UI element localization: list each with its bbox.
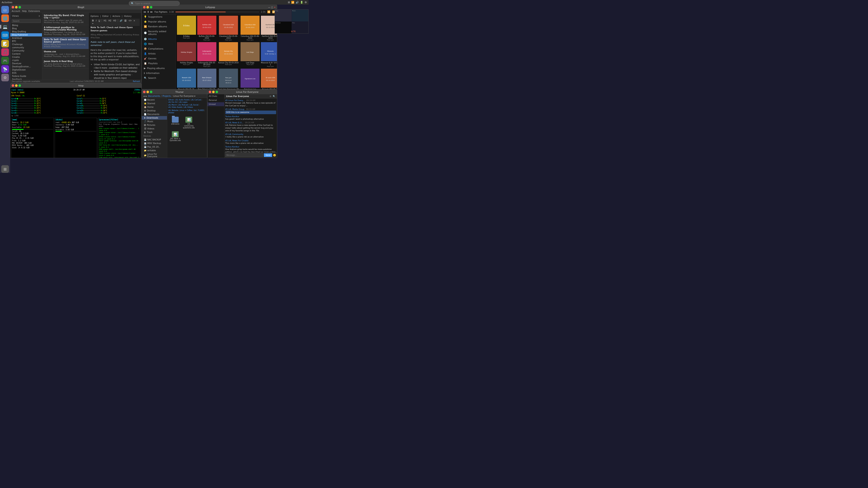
dock-item-terminal[interactable]: 💻 — [1, 23, 9, 31]
bookmark-fanart[interactable]: L4L Fan Art — [168, 101, 178, 103]
btn-shuffle[interactable]: 🔀 — [267, 10, 270, 13]
notif-icon-5[interactable]: ⚙ — [305, 1, 307, 4]
files-sidebar-nac[interactable]: 💾NAC BACKUP — [142, 138, 167, 141]
btn-play[interactable]: ⏸ — [147, 10, 149, 13]
music-nav-recent[interactable]: 🕐Recently added albums — [142, 29, 176, 37]
files-maximize-btn[interactable] — [150, 91, 152, 93]
blog-search-input[interactable] — [12, 19, 41, 23]
files-sidebar-starred[interactable]: ⭐Starred — [142, 102, 167, 105]
btn-quote[interactable]: ❝ — [91, 23, 94, 25]
btn-next[interactable]: ⏭ — [150, 10, 153, 13]
music-btn-close-win[interactable]: ✕ — [274, 6, 276, 8]
music-album[interactable]: Newark USA05-18-2010 Newark USA 05-18-20… — [177, 69, 196, 89]
taskbar-preview-1[interactable]: Blog — [275, 9, 291, 22]
bookmark-logos[interactable]: L4L Logos — [179, 101, 188, 103]
blog-opt-history[interactable]: History — [124, 15, 132, 18]
btn-italic[interactable]: I — [95, 19, 97, 22]
blog-refresh-btn[interactable]: Refresh — [133, 80, 140, 83]
music-nav-artists[interactable]: 👤Artists — [142, 51, 176, 56]
blog-nav-drafting[interactable]: Blog Drafting — [10, 30, 42, 33]
blog-nav-fedora[interactable]: Fedora Guide — [10, 74, 42, 78]
bookmark-videos[interactable]: L4L Videos — [184, 106, 193, 108]
bookmark-coffee[interactable]: Linux + Coffee — [180, 109, 192, 111]
btn-prev[interactable]: ⏮ — [144, 10, 146, 13]
music-nav-random[interactable]: 🔀Random albums — [142, 24, 176, 29]
music-nav-suggestions[interactable]: 💡Suggestions — [142, 14, 176, 19]
music-album[interactable]: New Orleans05-07-2010 New Orleans USA 05… — [197, 69, 216, 89]
bookmark-social[interactable]: L4L Social — [190, 104, 198, 106]
blog-nav-crypto[interactable]: crypto — [10, 59, 42, 62]
blog-nav-croatia[interactable]: Croatia — [10, 56, 42, 59]
blog-nav-blog[interactable]: Blog — [10, 27, 42, 30]
music-btn-minimize-win[interactable]: — — [268, 6, 270, 8]
btn-h3[interactable]: H3 — [113, 19, 117, 22]
chat-minimize-btn[interactable] — [212, 91, 215, 93]
htop-maximize-btn[interactable] — [19, 84, 21, 87]
music-progress-bar[interactable] — [176, 12, 259, 12]
blog-list-item[interactable]: Jason Starts A Real Blog I've long desir… — [42, 59, 89, 69]
toolbar-breadcrumb-l4l[interactable]: Linux For Everyone ▾ — [173, 95, 195, 97]
blog-nav-davlee[interactable]: DaveLee — [10, 62, 42, 65]
files-sidebar-home[interactable]: 🏠Home — [142, 105, 167, 109]
files-sidebar-l4l[interactable]: 📁Linux For Everyone — [142, 152, 167, 158]
blog-nav-feedback[interactable]: feedback — [10, 78, 42, 79]
blog-nav-brainbust[interactable]: brainbust — [10, 36, 42, 40]
activities-label[interactable]: Activities — [2, 1, 12, 4]
toolbar-btn-back[interactable]: ◄ — [143, 95, 145, 97]
blog-nav-desktop[interactable]: DesktopEnviron... — [10, 65, 42, 68]
blog-nav-content[interactable]: Content — [10, 52, 42, 56]
dock-item-notes[interactable]: 📝 — [1, 40, 9, 47]
toolbar-breadcrumb-docs[interactable]: Documents — [148, 95, 160, 97]
music-minimize-btn[interactable] — [147, 6, 149, 8]
bookmark-github[interactable]: Github — [168, 99, 174, 101]
files-sidebar-music[interactable]: 🎵Music — [142, 120, 167, 123]
blog-menu-account[interactable]: Account — [12, 10, 20, 12]
dock-item-appgrid[interactable]: ⊞ — [1, 165, 9, 173]
music-album[interactable]: Cleveland USA05-09-2010 Cleveland USA 05… — [218, 16, 239, 41]
notif-icon-3[interactable]: 🔊 — [296, 1, 299, 4]
btn-h2[interactable]: H2 — [107, 19, 112, 22]
files-sidebar-misc[interactable]: 💾MISC Backup — [142, 141, 167, 145]
blog-maximize-btn[interactable] — [19, 6, 21, 8]
files-sidebar-pictures[interactable]: 🖼Pictures — [142, 123, 167, 127]
dock-item-files[interactable]: 🗂 — [1, 6, 9, 13]
taskbar-preview-2[interactable]: Music — [292, 9, 309, 22]
music-nav-genres[interactable]: 🎸Genres — [142, 56, 176, 61]
music-btn-maximize-win[interactable]: □ — [271, 6, 273, 8]
chat-maximize-btn[interactable] — [216, 91, 218, 93]
chat-settings-icon[interactable]: ⚙ — [270, 95, 272, 97]
files-minimize-btn[interactable] — [147, 91, 149, 93]
blog-nav-digital[interactable]: DigitalOcean — [10, 68, 42, 71]
notif-icon-1[interactable]: ⊞ — [288, 1, 290, 4]
blog-opt-actions[interactable]: Actions — [113, 15, 120, 18]
files-sidebar-desktop[interactable]: 🖥Desktop — [142, 109, 167, 112]
blog-nav-community-lower[interactable]: community — [10, 46, 42, 49]
music-album[interactable]: B-Sides B-Sides Pearl Jam — [177, 16, 196, 41]
chat-sidebar-unread[interactable]: Unread — [208, 102, 224, 106]
music-nav-playing[interactable]: ▶Playing albums — [142, 66, 176, 71]
bookmark-zifolder[interactable]: zifolder — [168, 112, 175, 114]
bookmark-sot[interactable]: Sot — [194, 109, 196, 111]
music-nav-playlists[interactable]: 📋Playlists — [142, 61, 176, 66]
files-sidebar-popos[interactable]: 💾Pop_OS 20.. — [142, 145, 167, 149]
blog-list-item[interactable]: theme.css .meterage-css - root { dimmed-… — [42, 49, 89, 59]
btn-code[interactable]: </> — [128, 19, 132, 22]
files-sidebar-writable[interactable]: 📁writable — [142, 149, 167, 152]
chat-sidebar-personal[interactable]: Personal — [208, 98, 224, 102]
chat-search-icon[interactable]: 🔍 — [273, 95, 275, 97]
blog-nav-bblog[interactable]: Bblog — [10, 24, 42, 27]
music-album[interactable]: Pearl_JamVancouver09-23-11 Pearl_Jam_Van… — [218, 69, 239, 89]
blog-nav-community[interactable]: Community — [10, 49, 42, 52]
search-input[interactable] — [129, 1, 180, 6]
music-nav-compilations[interactable]: 📦Compilations — [142, 46, 176, 51]
music-album[interactable]: Lost Dogs Lost Dogs Pearl Jam — [241, 42, 259, 67]
btn-h1[interactable]: H1 — [103, 19, 107, 22]
bookmark-l4l-audio[interactable]: L4L Audio Assets — [175, 99, 189, 101]
chat-emoji-btn[interactable]: 😊 — [273, 153, 276, 157]
blog-nav-challenge[interactable]: Challenge — [10, 43, 42, 46]
music-nav-search[interactable]: 🔍Search — [142, 76, 176, 80]
music-album[interactable]: Kansas City05-03-2010 Kansas City 05-03-… — [218, 42, 239, 67]
chat-send-btn[interactable]: Send — [264, 153, 272, 157]
blog-opt-editor[interactable]: Editor — [102, 15, 109, 18]
bookmark-podcast[interactable]: L4L Podcast — [178, 104, 188, 106]
